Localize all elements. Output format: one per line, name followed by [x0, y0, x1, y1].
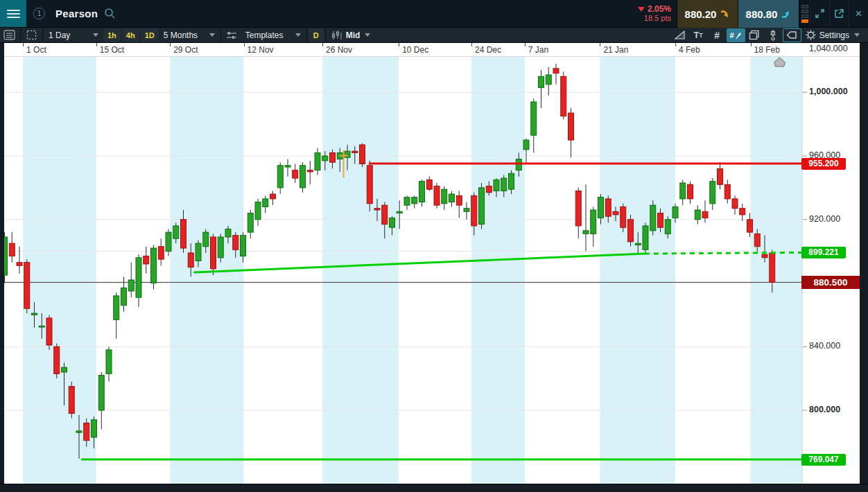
- candle-body[interactable]: [695, 210, 700, 220]
- candle-body[interactable]: [426, 179, 432, 189]
- candle-body[interactable]: [531, 102, 537, 135]
- candle-body[interactable]: [293, 170, 298, 178]
- candle-body[interactable]: [523, 140, 529, 150]
- candle-body[interactable]: [740, 209, 745, 215]
- grid-tool-button[interactable]: #: [708, 28, 727, 42]
- candle-body[interactable]: [46, 318, 52, 345]
- candle-body[interactable]: [390, 218, 395, 227]
- popout-button[interactable]: [829, 0, 849, 27]
- cursor-tool-button[interactable]: [783, 28, 801, 42]
- candle-body[interactable]: [464, 209, 469, 212]
- candle-body[interactable]: [724, 184, 730, 199]
- candle-body[interactable]: [397, 211, 402, 213]
- candle-body[interactable]: [575, 191, 581, 225]
- candle-body[interactable]: [9, 243, 15, 256]
- candle-body[interactable]: [754, 234, 760, 246]
- period-dropdown[interactable]: 1 Day: [44, 28, 103, 42]
- candle-body[interactable]: [449, 194, 455, 202]
- candle-body[interactable]: [241, 236, 246, 256]
- layout-select-button[interactable]: [22, 28, 41, 42]
- candle-body[interactable]: [300, 166, 306, 188]
- candle-body[interactable]: [680, 183, 686, 199]
- candle-body[interactable]: [471, 195, 477, 226]
- candle-body[interactable]: [770, 253, 775, 282]
- candle-body[interactable]: [39, 326, 44, 327]
- main-menu-button[interactable]: [0, 0, 26, 27]
- price-chart-area[interactable]: 1 Oct15 Oct29 Oct12 Nov26 Nov10 Dec24 De…: [0, 43, 860, 484]
- candle-body[interactable]: [404, 197, 410, 205]
- candle-body[interactable]: [583, 231, 589, 234]
- price-mode-dropdown[interactable]: Mid: [327, 28, 375, 42]
- candle-body[interactable]: [211, 237, 216, 269]
- candle-body[interactable]: [658, 213, 663, 228]
- candle-body[interactable]: [233, 236, 238, 250]
- candle-body[interactable]: [419, 182, 425, 202]
- expand-button[interactable]: [810, 0, 829, 27]
- indicator-settings-button[interactable]: [223, 28, 241, 42]
- candle-body[interactable]: [277, 166, 283, 188]
- candle-body[interactable]: [151, 248, 157, 283]
- candle-body[interactable]: [352, 151, 358, 152]
- panel-list-button[interactable]: [0, 28, 19, 42]
- candle-body[interactable]: [188, 253, 193, 267]
- candle-body[interactable]: [620, 207, 626, 227]
- candle-body[interactable]: [218, 237, 223, 258]
- annotate-tool-button[interactable]: #: [727, 28, 745, 42]
- candle-body[interactable]: [32, 313, 37, 315]
- candlestick-plot[interactable]: [0, 57, 860, 484]
- candle-body[interactable]: [598, 197, 604, 218]
- candle-body[interactable]: [732, 199, 738, 209]
- candle-body[interactable]: [114, 296, 119, 319]
- candle-body[interactable]: [561, 76, 566, 116]
- candle-body[interactable]: [442, 189, 447, 204]
- candle-body[interactable]: [434, 186, 440, 206]
- candle-body[interactable]: [263, 199, 268, 207]
- candle-body[interactable]: [203, 232, 209, 247]
- candle-body[interactable]: [24, 263, 30, 309]
- candle-body[interactable]: [330, 152, 336, 162]
- candle-body[interactable]: [501, 178, 507, 191]
- settings-dropdown[interactable]: Settings: [801, 28, 864, 42]
- sell-price-button[interactable]: 880.20: [677, 0, 738, 28]
- candle-body[interactable]: [136, 258, 141, 297]
- candle-body[interactable]: [307, 170, 313, 172]
- candle-body[interactable]: [568, 113, 574, 140]
- candle-body[interactable]: [672, 207, 678, 218]
- candle-body[interactable]: [181, 220, 186, 248]
- candle-body[interactable]: [718, 168, 723, 184]
- candle-body[interactable]: [516, 159, 521, 170]
- candle-body[interactable]: [92, 420, 97, 437]
- close-button[interactable]: ×: [849, 0, 868, 27]
- candle-body[interactable]: [546, 75, 551, 85]
- candle-body[interactable]: [345, 151, 350, 157]
- candle-body[interactable]: [315, 152, 320, 170]
- range-dropdown[interactable]: 5 Months: [159, 28, 219, 42]
- candle-body[interactable]: [106, 350, 112, 374]
- candle-body[interactable]: [479, 188, 485, 225]
- candle-body[interactable]: [486, 186, 492, 193]
- candle-body[interactable]: [762, 254, 767, 258]
- candle-body[interactable]: [196, 243, 201, 261]
- templates-dropdown[interactable]: Templates: [241, 28, 305, 42]
- candle-body[interactable]: [17, 263, 22, 266]
- timeframe-1h-button[interactable]: 1h: [103, 28, 121, 42]
- timeframe-4h-button[interactable]: 4h: [122, 28, 139, 42]
- candle-body[interactable]: [710, 182, 715, 204]
- candle-body[interactable]: [553, 69, 559, 73]
- candle-body[interactable]: [62, 367, 67, 372]
- candle-body[interactable]: [628, 220, 634, 242]
- candle-body[interactable]: [128, 280, 134, 291]
- candle-body[interactable]: [225, 229, 231, 237]
- candle-body[interactable]: [539, 76, 544, 87]
- buy-price-button[interactable]: 880.80: [738, 0, 799, 28]
- candle-body[interactable]: [322, 156, 328, 161]
- candle-body[interactable]: [605, 199, 611, 216]
- candle-body[interactable]: [374, 209, 380, 210]
- search-icon[interactable]: [104, 8, 116, 19]
- candle-body[interactable]: [76, 431, 82, 432]
- trend-line[interactable]: [195, 254, 645, 272]
- candle-body[interactable]: [144, 256, 149, 264]
- candle-body[interactable]: [382, 205, 388, 225]
- candle-body[interactable]: [98, 376, 104, 410]
- candle-body[interactable]: [270, 194, 276, 199]
